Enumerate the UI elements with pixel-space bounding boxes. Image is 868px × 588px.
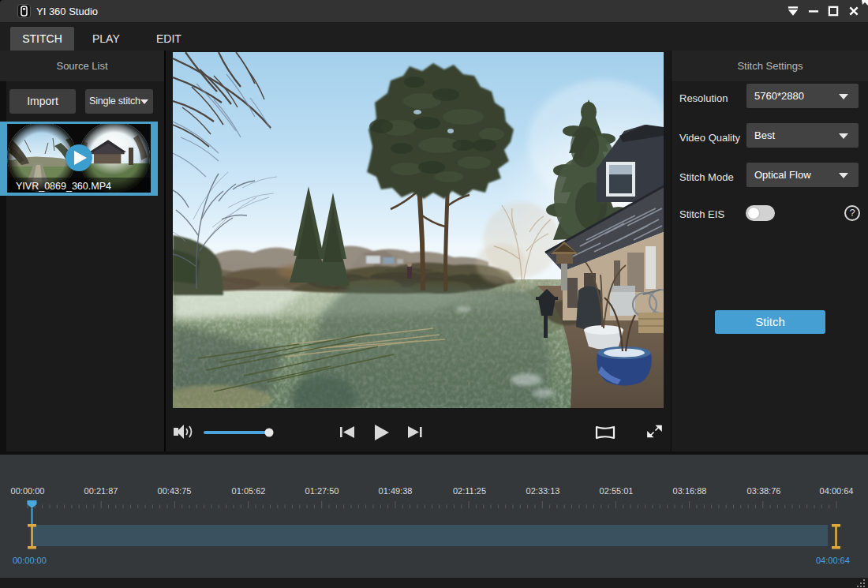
svg-text:YIVR_0869_360.MP4: YIVR_0869_360.MP4: [16, 181, 111, 192]
